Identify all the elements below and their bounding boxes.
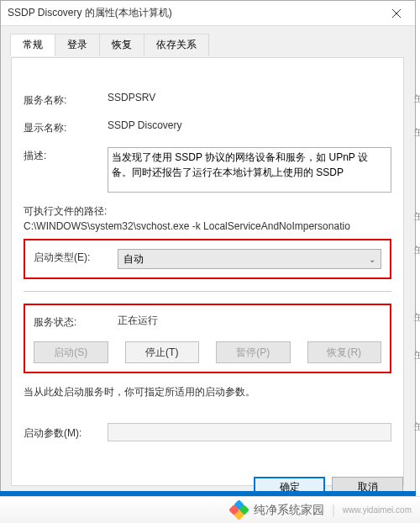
start-params-label: 启动参数(M): — [24, 425, 108, 441]
description-label: 描述: — [24, 147, 108, 163]
titlebar: SSDP Discovery 的属性(本地计算机) — [1, 1, 415, 26]
window-title: SSDP Discovery 的属性(本地计算机) — [8, 6, 172, 20]
watermark-text: 纯净系统家园 — [254, 503, 324, 518]
tab-content-general: 服务名称: SSDPSRV 显示名称: SSDP Discovery 描述: 当… — [12, 78, 403, 485]
service-name-value: SSDPSRV — [108, 92, 391, 103]
resume-button: 恢复(R) — [307, 341, 382, 363]
service-name-label: 服务名称: — [24, 92, 108, 108]
start-params-note: 当从此处启动服务时，你可指定所适用的启动参数。 — [24, 385, 391, 399]
display-name-label: 显示名称: — [24, 119, 108, 135]
properties-dialog: SSDP Discovery 的属性(本地计算机) 常规 登录 恢复 依存关系 … — [0, 0, 416, 505]
close-button[interactable] — [377, 1, 415, 25]
description-textarea[interactable]: 当发现了使用 SSDP 协议的网络设备和服务，如 UPnP 设备。同时还报告了运… — [108, 147, 391, 193]
watermark-logo-icon — [230, 501, 249, 520]
startup-type-highlight: 启动类型(E): 自动 ⌄ — [24, 239, 391, 279]
tab-row: 常规 登录 恢复 依存关系 — [10, 34, 405, 56]
service-status-label: 服务状态: — [34, 314, 118, 330]
separator — [24, 291, 391, 292]
startup-type-value: 自动 — [123, 252, 144, 267]
tab-recovery[interactable]: 恢复 — [99, 34, 144, 56]
exe-path-label: 可执行文件的路径: — [24, 204, 391, 219]
tab-logon[interactable]: 登录 — [55, 34, 100, 56]
service-status-value: 正在运行 — [118, 314, 381, 328]
chevron-down-icon: ⌄ — [369, 255, 375, 264]
startup-type-label: 启动类型(E): — [34, 249, 118, 265]
service-status-highlight: 服务状态: 正在运行 启动(S) 停止(T) 暂停(P) 恢复(R) — [24, 304, 391, 373]
dialog-body: 常规 登录 恢复 依存关系 服务名称: SSDPSRV 显示名称: SSDP D… — [1, 26, 415, 494]
tab-dependencies[interactable]: 依存关系 — [144, 34, 209, 56]
tab-general[interactable]: 常规 — [10, 34, 55, 56]
start-button: 启动(S) — [34, 341, 108, 363]
right-edge-artifacts: 玍 玍 玍 玍 玍 玍 玍 — [416, 34, 420, 496]
service-control-buttons: 启动(S) 停止(T) 暂停(P) 恢复(R) — [34, 341, 381, 363]
watermark-url: www.yidaimei.com — [343, 505, 412, 515]
start-params-input — [108, 423, 391, 441]
exe-path-value: C:\WINDOWS\system32\svchost.exe -k Local… — [24, 220, 391, 232]
close-icon — [392, 9, 401, 18]
watermark-bar: 纯净系统家园 ｜ www.yidaimei.com — [0, 496, 420, 523]
display-name-value: SSDP Discovery — [108, 119, 391, 131]
pause-button: 暂停(P) — [216, 341, 291, 363]
tab-panel: 服务名称: SSDPSRV 显示名称: SSDP Discovery 描述: 当… — [11, 57, 404, 486]
stop-button[interactable]: 停止(T) — [125, 341, 200, 363]
startup-type-select[interactable]: 自动 ⌄ — [118, 249, 381, 269]
